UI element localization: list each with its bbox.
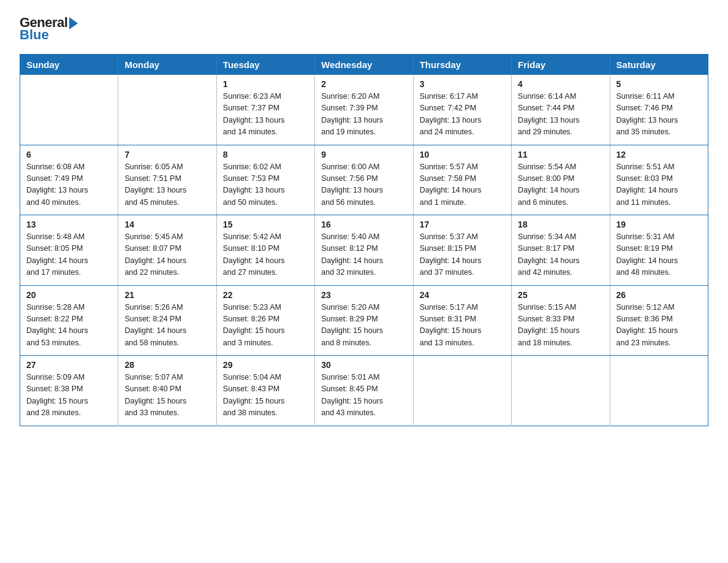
day-info: Sunrise: 6:17 AM Sunset: 7:42 PM Dayligh… bbox=[420, 91, 505, 139]
calendar-cell bbox=[413, 356, 511, 426]
day-number: 5 bbox=[616, 79, 702, 89]
calendar-cell: 5Sunrise: 6:11 AM Sunset: 7:46 PM Daylig… bbox=[610, 75, 708, 145]
day-info: Sunrise: 5:28 AM Sunset: 8:22 PM Dayligh… bbox=[26, 302, 112, 350]
day-number: 11 bbox=[518, 150, 603, 159]
calendar-cell: 16Sunrise: 5:40 AM Sunset: 8:12 PM Dayli… bbox=[315, 215, 413, 286]
day-number: 13 bbox=[26, 220, 112, 229]
calendar-cell: 17Sunrise: 5:37 AM Sunset: 8:15 PM Dayli… bbox=[413, 215, 511, 286]
calendar-cell: 30Sunrise: 5:01 AM Sunset: 8:45 PM Dayli… bbox=[315, 356, 413, 426]
day-number: 14 bbox=[124, 220, 210, 229]
day-info: Sunrise: 6:20 AM Sunset: 7:39 PM Dayligh… bbox=[321, 91, 406, 139]
day-number: 10 bbox=[420, 150, 505, 159]
day-info: Sunrise: 5:54 AM Sunset: 8:00 PM Dayligh… bbox=[518, 161, 603, 209]
week-row-5: 27Sunrise: 5:09 AM Sunset: 8:38 PM Dayli… bbox=[20, 356, 708, 426]
calendar-cell: 20Sunrise: 5:28 AM Sunset: 8:22 PM Dayli… bbox=[20, 285, 118, 356]
week-row-4: 20Sunrise: 5:28 AM Sunset: 8:22 PM Dayli… bbox=[20, 285, 708, 356]
calendar-cell: 24Sunrise: 5:17 AM Sunset: 8:31 PM Dayli… bbox=[413, 285, 511, 356]
day-info: Sunrise: 6:23 AM Sunset: 7:37 PM Dayligh… bbox=[223, 91, 308, 139]
day-info: Sunrise: 5:37 AM Sunset: 8:15 PM Dayligh… bbox=[420, 231, 505, 279]
calendar-cell: 26Sunrise: 5:12 AM Sunset: 8:36 PM Dayli… bbox=[610, 285, 708, 356]
calendar-cell: 8Sunrise: 6:02 AM Sunset: 7:53 PM Daylig… bbox=[216, 145, 314, 215]
calendar-cell: 1Sunrise: 6:23 AM Sunset: 7:37 PM Daylig… bbox=[216, 75, 314, 145]
day-info: Sunrise: 6:08 AM Sunset: 7:49 PM Dayligh… bbox=[26, 161, 112, 209]
logo-arrow-icon bbox=[69, 17, 78, 29]
day-info: Sunrise: 5:48 AM Sunset: 8:05 PM Dayligh… bbox=[26, 231, 112, 279]
calendar-cell: 15Sunrise: 5:42 AM Sunset: 8:10 PM Dayli… bbox=[216, 215, 314, 286]
day-number: 12 bbox=[616, 150, 702, 159]
logo-blue-text: Blue bbox=[20, 27, 49, 43]
calendar-cell: 19Sunrise: 5:31 AM Sunset: 8:19 PM Dayli… bbox=[610, 215, 708, 286]
day-number: 17 bbox=[420, 220, 505, 229]
calendar-cell: 21Sunrise: 5:26 AM Sunset: 8:24 PM Dayli… bbox=[118, 285, 216, 356]
header-friday: Friday bbox=[512, 55, 610, 75]
calendar-cell: 3Sunrise: 6:17 AM Sunset: 7:42 PM Daylig… bbox=[413, 75, 511, 145]
day-info: Sunrise: 5:01 AM Sunset: 8:45 PM Dayligh… bbox=[321, 372, 406, 419]
calendar-cell bbox=[610, 356, 708, 426]
day-info: Sunrise: 5:34 AM Sunset: 8:17 PM Dayligh… bbox=[518, 231, 603, 279]
day-number: 1 bbox=[223, 79, 308, 89]
day-info: Sunrise: 5:51 AM Sunset: 8:03 PM Dayligh… bbox=[616, 161, 702, 209]
day-info: Sunrise: 5:23 AM Sunset: 8:26 PM Dayligh… bbox=[223, 302, 308, 350]
week-row-2: 6Sunrise: 6:08 AM Sunset: 7:49 PM Daylig… bbox=[20, 145, 708, 215]
day-number: 6 bbox=[26, 150, 112, 159]
day-number: 26 bbox=[616, 290, 702, 300]
day-info: Sunrise: 6:11 AM Sunset: 7:46 PM Dayligh… bbox=[616, 91, 702, 139]
day-info: Sunrise: 6:14 AM Sunset: 7:44 PM Dayligh… bbox=[518, 91, 603, 139]
calendar-cell: 29Sunrise: 5:04 AM Sunset: 8:43 PM Dayli… bbox=[216, 356, 314, 426]
day-info: Sunrise: 5:09 AM Sunset: 8:38 PM Dayligh… bbox=[26, 372, 112, 419]
calendar-cell: 28Sunrise: 5:07 AM Sunset: 8:40 PM Dayli… bbox=[118, 356, 216, 426]
calendar-table: SundayMondayTuesdayWednesdayThursdayFrid… bbox=[20, 54, 708, 426]
day-info: Sunrise: 5:12 AM Sunset: 8:36 PM Dayligh… bbox=[616, 302, 702, 350]
day-info: Sunrise: 5:31 AM Sunset: 8:19 PM Dayligh… bbox=[616, 231, 702, 279]
week-row-3: 13Sunrise: 5:48 AM Sunset: 8:05 PM Dayli… bbox=[20, 215, 708, 286]
calendar-cell: 6Sunrise: 6:08 AM Sunset: 7:49 PM Daylig… bbox=[20, 145, 118, 215]
calendar-cell: 10Sunrise: 5:57 AM Sunset: 7:58 PM Dayli… bbox=[413, 145, 511, 215]
calendar-cell: 27Sunrise: 5:09 AM Sunset: 8:38 PM Dayli… bbox=[20, 356, 118, 426]
calendar-cell: 7Sunrise: 6:05 AM Sunset: 7:51 PM Daylig… bbox=[118, 145, 216, 215]
day-info: Sunrise: 5:15 AM Sunset: 8:33 PM Dayligh… bbox=[518, 302, 603, 350]
day-number: 20 bbox=[26, 290, 112, 300]
calendar-header-row: SundayMondayTuesdayWednesdayThursdayFrid… bbox=[20, 55, 708, 75]
day-number: 25 bbox=[518, 290, 603, 300]
header-sunday: Sunday bbox=[20, 55, 118, 75]
day-info: Sunrise: 5:42 AM Sunset: 8:10 PM Dayligh… bbox=[223, 231, 308, 279]
day-number: 22 bbox=[223, 290, 308, 300]
day-info: Sunrise: 5:57 AM Sunset: 7:58 PM Dayligh… bbox=[420, 161, 505, 209]
day-number: 8 bbox=[223, 150, 308, 159]
day-info: Sunrise: 6:00 AM Sunset: 7:56 PM Dayligh… bbox=[321, 161, 406, 209]
calendar-cell: 9Sunrise: 6:00 AM Sunset: 7:56 PM Daylig… bbox=[315, 145, 413, 215]
calendar-cell: 22Sunrise: 5:23 AM Sunset: 8:26 PM Dayli… bbox=[216, 285, 314, 356]
header-wednesday: Wednesday bbox=[315, 55, 413, 75]
day-number: 3 bbox=[420, 79, 505, 89]
day-info: Sunrise: 6:05 AM Sunset: 7:51 PM Dayligh… bbox=[124, 161, 210, 209]
day-number: 19 bbox=[616, 220, 702, 229]
calendar-cell: 14Sunrise: 5:45 AM Sunset: 8:07 PM Dayli… bbox=[118, 215, 216, 286]
calendar-cell: 2Sunrise: 6:20 AM Sunset: 7:39 PM Daylig… bbox=[315, 75, 413, 145]
day-number: 24 bbox=[420, 290, 505, 300]
day-number: 2 bbox=[321, 79, 406, 89]
day-number: 18 bbox=[518, 220, 603, 229]
page-header: General Blue bbox=[20, 15, 708, 43]
calendar-cell bbox=[512, 356, 610, 426]
day-number: 9 bbox=[321, 150, 406, 159]
calendar-cell: 25Sunrise: 5:15 AM Sunset: 8:33 PM Dayli… bbox=[512, 285, 610, 356]
day-number: 23 bbox=[321, 290, 406, 300]
day-info: Sunrise: 5:40 AM Sunset: 8:12 PM Dayligh… bbox=[321, 231, 406, 279]
header-thursday: Thursday bbox=[413, 55, 511, 75]
day-number: 15 bbox=[223, 220, 308, 229]
day-info: Sunrise: 5:04 AM Sunset: 8:43 PM Dayligh… bbox=[223, 372, 308, 419]
day-info: Sunrise: 6:02 AM Sunset: 7:53 PM Dayligh… bbox=[223, 161, 308, 209]
calendar-cell bbox=[20, 75, 118, 145]
day-number: 27 bbox=[26, 360, 112, 370]
day-number: 30 bbox=[321, 360, 406, 370]
day-number: 4 bbox=[518, 79, 603, 89]
day-info: Sunrise: 5:26 AM Sunset: 8:24 PM Dayligh… bbox=[124, 302, 210, 350]
calendar-cell: 23Sunrise: 5:20 AM Sunset: 8:29 PM Dayli… bbox=[315, 285, 413, 356]
day-number: 7 bbox=[124, 150, 210, 159]
day-info: Sunrise: 5:45 AM Sunset: 8:07 PM Dayligh… bbox=[124, 231, 210, 279]
calendar-cell: 12Sunrise: 5:51 AM Sunset: 8:03 PM Dayli… bbox=[610, 145, 708, 215]
day-info: Sunrise: 5:17 AM Sunset: 8:31 PM Dayligh… bbox=[420, 302, 505, 350]
calendar-cell: 18Sunrise: 5:34 AM Sunset: 8:17 PM Dayli… bbox=[512, 215, 610, 286]
header-saturday: Saturday bbox=[610, 55, 708, 75]
day-info: Sunrise: 5:07 AM Sunset: 8:40 PM Dayligh… bbox=[124, 372, 210, 419]
